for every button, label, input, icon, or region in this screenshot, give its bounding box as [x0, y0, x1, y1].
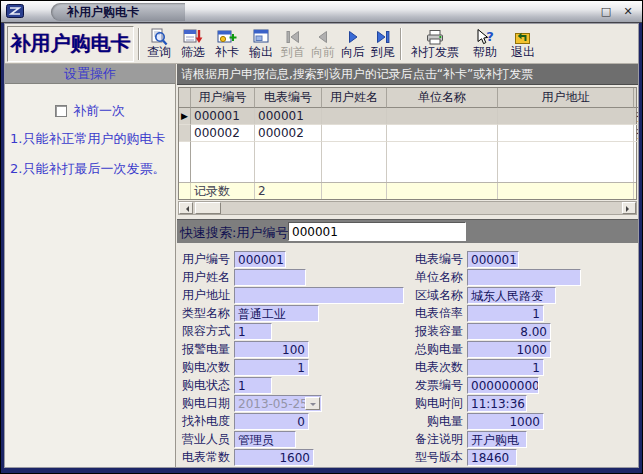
record-count-label: 记录数 — [191, 183, 255, 199]
search-icon — [149, 28, 169, 46]
scroll-right-arrow[interactable] — [622, 202, 636, 214]
meter-ratio-field[interactable]: 1 — [467, 305, 544, 322]
record-count-row: 记录数 2 — [179, 182, 636, 199]
previous-button: 向前 — [308, 25, 338, 63]
page-title: 补用户购电卡 — [7, 26, 134, 62]
cell-meter-id[interactable]: 000001 — [255, 108, 322, 125]
printer-icon — [424, 28, 446, 46]
user-address-field[interactable] — [234, 287, 404, 304]
adjust-energy-field[interactable]: 0 — [234, 413, 309, 430]
svg-text:?: ? — [486, 29, 494, 44]
next-button[interactable]: 向后 — [338, 25, 368, 63]
cell-unit-name[interactable] — [387, 125, 498, 142]
unit-name-field[interactable] — [467, 269, 581, 286]
invoice-number-field[interactable]: 0000000001 — [467, 377, 539, 394]
output-label: 输出 — [249, 46, 273, 59]
total-energy-field[interactable]: 1000 — [467, 341, 551, 358]
purchase-count-field[interactable]: 1 — [234, 359, 309, 376]
footer-cell — [387, 183, 498, 199]
user-id-field[interactable]: 000001 — [234, 251, 286, 268]
model-version-label: 型号版本 — [405, 449, 463, 465]
cell-user-address[interactable] — [498, 125, 634, 142]
cell-clipped: 打 — [634, 125, 639, 142]
purchase-date-value: 2013-05-25 — [238, 397, 308, 411]
unit-name-label: 单位名称 — [405, 269, 463, 285]
remark-field[interactable]: 开户购电 — [467, 431, 527, 448]
help-label: 帮助 — [473, 46, 497, 59]
reprint-invoice-button[interactable]: 补打发票 — [404, 25, 466, 63]
title-bar[interactable]: 补用户购电卡 □ ✕ — [1, 1, 642, 23]
cell-user-id[interactable]: 000002 — [191, 125, 255, 142]
user-name-label: 用户姓名 — [182, 269, 234, 285]
cell-user-address[interactable] — [498, 108, 634, 125]
filter-button[interactable]: 筛选 — [176, 25, 210, 63]
user-id-label: 用户编号 — [182, 251, 234, 267]
quick-search-label: 快速搜索:用户编号= — [180, 224, 299, 242]
close-button[interactable]: ✕ — [620, 4, 636, 19]
quick-search-input[interactable] — [288, 222, 466, 241]
user-name-field[interactable] — [234, 269, 306, 286]
scroll-left-arrow[interactable] — [179, 202, 193, 214]
previous-label: 向前 — [311, 46, 335, 59]
table-header-row: 用户编号 电表编号 用户姓名 单位名称 用户地址 — [179, 88, 636, 108]
invoice-number-label: 发票编号 — [405, 377, 463, 393]
goto-last-button[interactable]: 到尾 — [368, 25, 398, 63]
purchase-time-field[interactable]: 11:13:36 — [467, 395, 527, 412]
first-record-icon — [283, 28, 303, 46]
alarm-energy-field[interactable]: 100 — [234, 341, 309, 358]
cell-user-name[interactable] — [322, 108, 387, 125]
meter-constant-field[interactable]: 1600 — [234, 449, 314, 466]
type-name-field[interactable]: 普通工业 — [234, 305, 319, 322]
col-user-address[interactable]: 用户地址 — [498, 88, 634, 108]
checkbox-label: 补前一次 — [73, 103, 125, 118]
model-version-field[interactable]: 18460 — [467, 449, 517, 466]
installed-capacity-field[interactable]: 8.00 — [467, 323, 551, 340]
scrollbar-thumb[interactable] — [195, 202, 221, 214]
purchase-date-field[interactable]: 2013-05-25 — [234, 395, 322, 412]
quick-search-bar: 快速搜索:用户编号= — [177, 219, 638, 243]
region-name-field[interactable]: 城东人民路变 — [467, 287, 556, 304]
meter-id-field[interactable]: 000001 — [467, 251, 519, 268]
toolbar-separator — [138, 28, 140, 60]
cell-user-id[interactable]: 000001 — [191, 108, 255, 125]
purchase-energy-label: 购电量 — [405, 413, 463, 429]
help-button[interactable]: ? 帮助 — [466, 25, 504, 63]
col-user-name[interactable]: 用户姓名 — [322, 88, 387, 108]
reprint-invoice-label: 补打发票 — [411, 46, 459, 59]
empty-marker — [179, 142, 191, 182]
footer-cell — [634, 183, 639, 199]
cell-unit-name[interactable] — [387, 108, 498, 125]
reissue-card-button[interactable]: 补卡 — [210, 25, 244, 63]
table-row[interactable]: 000002 000002 打 — [179, 125, 636, 142]
cell-meter-id[interactable]: 000002 — [255, 125, 322, 142]
purchase-status-field[interactable]: 1 — [234, 377, 272, 394]
query-button[interactable]: 查询 — [142, 25, 176, 63]
output-button[interactable]: 输出 — [244, 25, 278, 63]
reissue-previous-checkbox[interactable]: 补前一次 — [5, 102, 175, 120]
user-address-label: 用户地址 — [182, 287, 234, 303]
exit-button[interactable]: 退出 — [504, 25, 542, 63]
remark-label: 备注说明 — [405, 431, 463, 447]
next-label: 向后 — [341, 46, 365, 59]
purchase-time-label: 购电时间 — [405, 395, 463, 411]
toolbar: 补用户购电卡 查询 筛选 — [5, 24, 638, 64]
meter-count-field[interactable]: 1 — [467, 359, 544, 376]
horizontal-scrollbar[interactable] — [178, 201, 637, 215]
reissue-card-label: 补卡 — [215, 46, 239, 59]
purchase-energy-field[interactable]: 1000 — [467, 413, 544, 430]
checkbox-box[interactable] — [55, 105, 67, 117]
col-user-id[interactable]: 用户编号 — [191, 88, 255, 108]
chevron-down-icon[interactable] — [305, 397, 320, 410]
export-window-icon — [251, 28, 271, 46]
capacity-limit-mode-field[interactable]: 1 — [234, 323, 272, 340]
table-row[interactable]: ▶ 000001 000001 打 — [179, 108, 636, 125]
cell-user-name[interactable] — [322, 125, 387, 142]
meter-constant-label: 电表常数 — [182, 449, 234, 465]
next-record-icon — [343, 28, 363, 46]
col-unit-name[interactable]: 单位名称 — [387, 88, 498, 108]
empty-cell — [191, 142, 255, 182]
records-table[interactable]: 用户编号 电表编号 用户姓名 单位名称 用户地址 ▶ 000001 000001… — [178, 87, 637, 200]
col-meter-id[interactable]: 电表编号 — [255, 88, 322, 108]
maximize-button[interactable]: □ — [598, 4, 614, 19]
operator-field[interactable]: 管理员 — [234, 431, 296, 448]
